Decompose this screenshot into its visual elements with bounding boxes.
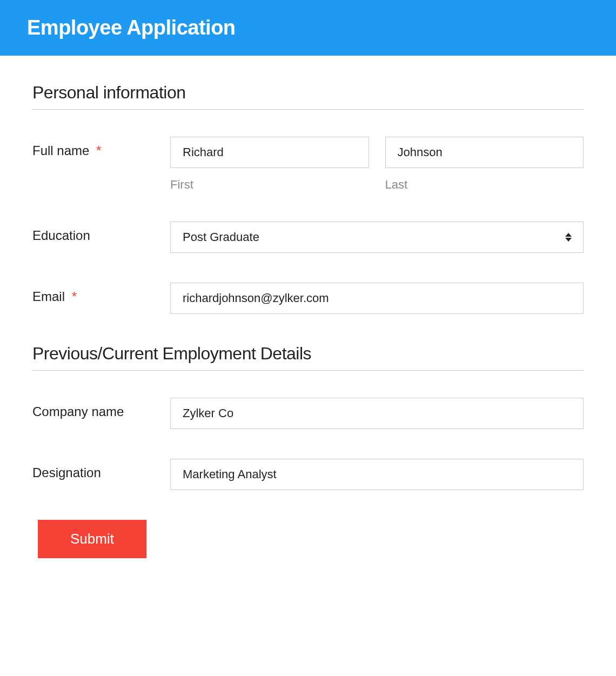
- email-input[interactable]: [170, 283, 584, 314]
- label-fullname-text: Full name: [32, 143, 89, 158]
- row-fullname: Full name * First Last: [32, 137, 584, 192]
- form-body: Personal information Full name * First L…: [0, 56, 616, 591]
- label-education: Education: [32, 222, 170, 243]
- last-name-input[interactable]: [385, 137, 584, 168]
- section-title-employment: Previous/Current Employment Details: [32, 344, 584, 371]
- submit-button[interactable]: Submit: [38, 520, 146, 558]
- form-header: Employee Application: [0, 0, 616, 56]
- sublabel-first: First: [170, 178, 369, 192]
- designation-input[interactable]: [170, 459, 584, 490]
- company-input[interactable]: [170, 398, 584, 429]
- row-education: Education: [32, 222, 584, 253]
- page-title: Employee Application: [27, 16, 589, 39]
- section-title-personal: Personal information: [32, 83, 584, 110]
- label-fullname: Full name *: [32, 137, 170, 158]
- row-company: Company name: [32, 398, 584, 429]
- education-select[interactable]: [170, 222, 584, 253]
- first-name-input[interactable]: [170, 137, 369, 168]
- required-email: *: [72, 289, 77, 304]
- sublabel-last: Last: [385, 178, 584, 192]
- required-fullname: *: [96, 143, 101, 158]
- actions-row: Submit: [32, 520, 584, 558]
- label-email-text: Email: [32, 289, 65, 304]
- label-company: Company name: [32, 398, 170, 419]
- label-email: Email *: [32, 283, 170, 304]
- row-designation: Designation: [32, 459, 584, 490]
- label-designation: Designation: [32, 459, 170, 480]
- row-email: Email *: [32, 283, 584, 314]
